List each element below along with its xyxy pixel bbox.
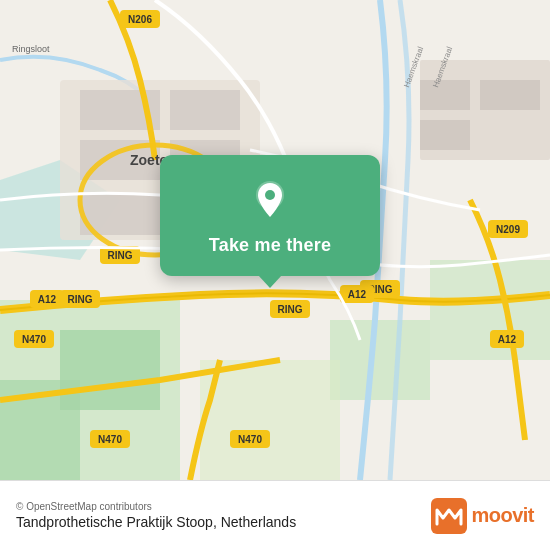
svg-rect-3 <box>330 320 430 400</box>
moovit-icon <box>431 498 467 534</box>
svg-text:RING: RING <box>108 250 133 261</box>
svg-text:N470: N470 <box>22 334 46 345</box>
svg-text:A12: A12 <box>38 294 57 305</box>
svg-rect-16 <box>420 80 470 110</box>
cta-card: Take me there <box>160 155 380 276</box>
svg-rect-10 <box>170 90 240 130</box>
location-name: Tandprothetische Praktijk Stoop, Netherl… <box>16 514 296 530</box>
svg-text:A12: A12 <box>348 289 367 300</box>
map-container: RING RING RING RING N206 A12 A12 A12 N47… <box>0 0 550 480</box>
moovit-label: moovit <box>471 504 534 527</box>
svg-text:N470: N470 <box>98 434 122 445</box>
moovit-logo: moovit <box>431 498 534 534</box>
svg-text:N470: N470 <box>238 434 262 445</box>
svg-rect-6 <box>200 360 340 480</box>
info-left: © OpenStreetMap contributors Tandprothet… <box>16 501 296 530</box>
svg-text:A12: A12 <box>498 334 517 345</box>
svg-text:RING: RING <box>278 304 303 315</box>
svg-rect-18 <box>420 120 470 150</box>
svg-rect-4 <box>430 260 550 360</box>
osm-credit: © OpenStreetMap contributors <box>16 501 296 512</box>
take-me-there-button[interactable]: Take me there <box>209 231 331 260</box>
svg-text:Ringsloot: Ringsloot <box>12 44 50 54</box>
svg-rect-17 <box>480 80 540 110</box>
location-pin-icon <box>246 175 294 223</box>
svg-text:N209: N209 <box>496 224 520 235</box>
svg-text:N206: N206 <box>128 14 152 25</box>
svg-text:RING: RING <box>68 294 93 305</box>
info-bar: © OpenStreetMap contributors Tandprothet… <box>0 480 550 550</box>
svg-point-49 <box>265 190 275 200</box>
